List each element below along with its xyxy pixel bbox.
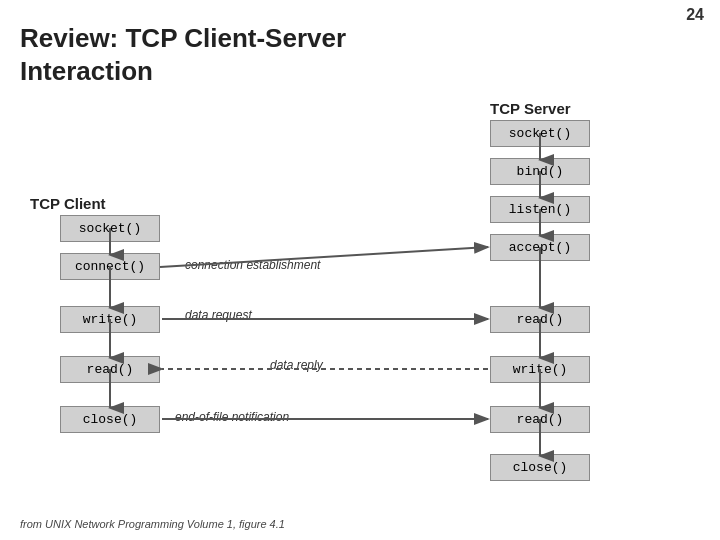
tcp-server-label: TCP Server [490,100,571,117]
end-of-file-label: end-of-file notification [175,410,289,424]
client-close-box: close() [60,406,160,433]
server-socket-box: socket() [490,120,590,147]
server-listen-box: listen() [490,196,590,223]
data-reply-label: data reply [270,358,323,372]
footer-text: from UNIX Network Programming Volume 1, … [20,518,285,530]
client-socket-box: socket() [60,215,160,242]
server-write-box: write() [490,356,590,383]
server-accept-box: accept() [490,234,590,261]
client-connect-box: connect() [60,253,160,280]
connection-establishment-label: connection establishment [185,258,320,272]
title-line2: Interaction [20,56,153,86]
tcp-client-label: TCP Client [30,195,106,212]
slide-title: Review: TCP Client-Server Interaction [20,22,346,87]
server-bind-box: bind() [490,158,590,185]
server-read2-box: read() [490,406,590,433]
title-line1: Review: TCP Client-Server [20,23,346,53]
slide-number: 24 [686,6,704,24]
client-read-box: read() [60,356,160,383]
client-write-box: write() [60,306,160,333]
server-close-box: close() [490,454,590,481]
data-request-label: data request [185,308,252,322]
server-read-box: read() [490,306,590,333]
